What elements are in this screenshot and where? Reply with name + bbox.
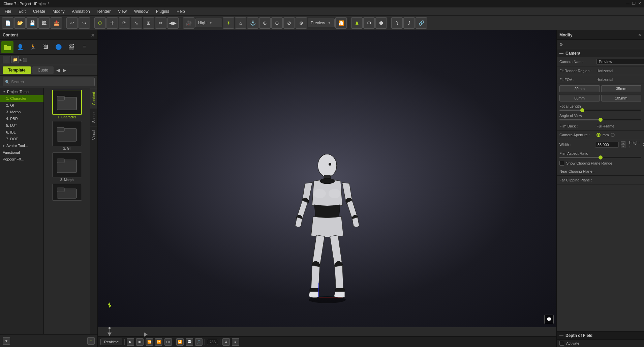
- add-btn[interactable]: +: [87, 337, 95, 345]
- timeline-playhead[interactable]: [109, 327, 111, 329]
- focal-35mm[interactable]: 35mm: [601, 85, 642, 92]
- gizmo3[interactable]: ⊘: [283, 17, 295, 29]
- ik-btn[interactable]: ⚙: [363, 17, 375, 29]
- thumb-morph[interactable]: 3. Morph: [45, 152, 89, 182]
- gizmo1[interactable]: ⊕: [259, 17, 271, 29]
- settings-button[interactable]: ⚙: [222, 338, 230, 346]
- tree-item-character[interactable]: 1. Character: [0, 95, 43, 102]
- tree-item-ibl[interactable]: 6. IBL: [0, 129, 43, 136]
- focal-105mm[interactable]: 105mm: [601, 95, 642, 102]
- transform-tool[interactable]: ⊞: [143, 17, 154, 29]
- timeline-track[interactable]: [98, 327, 556, 336]
- custom-tab[interactable]: Custo: [32, 66, 54, 74]
- tab-image[interactable]: 🖼: [40, 41, 52, 53]
- gizmo4[interactable]: ⊗: [296, 17, 307, 29]
- export-button[interactable]: 📤: [51, 17, 62, 29]
- undo-button[interactable]: ↩: [66, 17, 78, 29]
- camera-view[interactable]: 🎥: [183, 17, 194, 29]
- aperture-radio-mm[interactable]: [596, 133, 601, 137]
- menu-file[interactable]: File: [1, 8, 14, 15]
- realtime-button[interactable]: Realtime: [100, 339, 122, 345]
- tree-root[interactable]: ▼ Project Templ...: [0, 88, 43, 95]
- thumb-pbr-img[interactable]: [52, 184, 82, 201]
- titlebar-controls[interactable]: — ❐ ✕: [626, 1, 641, 6]
- tree-item-popcorn[interactable]: PopcornFX...: [0, 156, 43, 163]
- camera-section-header[interactable]: — Camera: [557, 49, 644, 57]
- scale-tool[interactable]: ⤡: [131, 17, 142, 29]
- tab-movie[interactable]: 🎬: [65, 41, 78, 53]
- scroll-down-btn[interactable]: ▼: [3, 337, 10, 345]
- tab-character[interactable]: 👤: [14, 41, 26, 53]
- new-button[interactable]: 📄: [2, 17, 13, 29]
- pivot-btn[interactable]: ⌂: [235, 17, 246, 29]
- next-frame-button[interactable]: ⏩: [155, 338, 162, 346]
- vtab-content[interactable]: Content: [90, 88, 97, 109]
- search-input[interactable]: [11, 80, 92, 84]
- tree-item-lut[interactable]: 5. LUT: [0, 122, 43, 129]
- anchor-btn[interactable]: ⚓: [247, 17, 258, 29]
- comment-btn[interactable]: 💬: [544, 315, 554, 324]
- width-up[interactable]: ▲: [621, 141, 625, 145]
- menu-plugins[interactable]: Plugins: [153, 8, 173, 15]
- gizmo2[interactable]: ⊙: [271, 17, 283, 29]
- tree-item-pbr[interactable]: 4. PBR: [0, 115, 43, 122]
- menu-modify[interactable]: Modify: [49, 8, 68, 15]
- aov-track[interactable]: [559, 119, 641, 120]
- focal-80mm[interactable]: 80mm: [559, 95, 600, 102]
- history-back[interactable]: ←: [3, 56, 10, 63]
- menu-render[interactable]: Render: [94, 8, 114, 15]
- camera-rec[interactable]: 🎦: [335, 17, 347, 29]
- width-spinners[interactable]: ▲ ▼: [621, 141, 625, 148]
- import-btn[interactable]: ⤵: [391, 17, 403, 29]
- export2-btn[interactable]: ⤴: [403, 17, 415, 29]
- move-tool[interactable]: ✛: [106, 17, 118, 29]
- menu-view[interactable]: View: [115, 8, 130, 15]
- focal-20mm[interactable]: 20mm: [559, 85, 600, 92]
- tree-item-functional[interactable]: Functional: [0, 149, 43, 156]
- menu-edit[interactable]: Edit: [15, 8, 29, 15]
- aov-thumb[interactable]: [599, 118, 603, 122]
- tab-nav-arrow[interactable]: ◀: [56, 67, 60, 73]
- menu-window[interactable]: Window: [131, 8, 152, 15]
- clipping-checkbox[interactable]: [559, 161, 564, 166]
- tree-item-dof[interactable]: 7. DOF: [0, 136, 43, 142]
- focal-length-thumb[interactable]: [580, 108, 584, 112]
- viewport[interactable]: 💬: [98, 30, 556, 327]
- menu-animation[interactable]: Animation: [68, 8, 93, 15]
- focal-length-track[interactable]: [559, 110, 641, 111]
- aspect-thumb[interactable]: [599, 155, 603, 160]
- menu-create[interactable]: Create: [30, 8, 49, 15]
- close-btn[interactable]: ✕: [638, 1, 641, 6]
- chat-button[interactable]: 💬: [186, 338, 193, 346]
- select-tool[interactable]: ⬡: [94, 17, 106, 29]
- aperture-radio-other[interactable]: [611, 133, 615, 137]
- preview-dropdown[interactable]: Preview ▼: [308, 19, 335, 27]
- tab-folder[interactable]: [1, 41, 13, 53]
- open-button[interactable]: 📂: [14, 17, 26, 29]
- thumb-character[interactable]: 1. Character: [45, 90, 89, 119]
- thumb-character-img[interactable]: [52, 90, 82, 115]
- tab-nav-arrow2[interactable]: ▶: [63, 67, 66, 73]
- tree-item-morph[interactable]: 3. Morph: [0, 109, 43, 115]
- maximize-btn[interactable]: ❐: [632, 1, 636, 6]
- audio-button[interactable]: 🎵: [195, 338, 203, 346]
- link-btn[interactable]: 🔗: [416, 17, 427, 29]
- width-down[interactable]: ▼: [621, 145, 625, 148]
- quality-dropdown[interactable]: High ▼: [195, 19, 222, 27]
- tree-item-gi[interactable]: 2. GI: [0, 102, 43, 109]
- prev-frame-button[interactable]: ⏪: [146, 338, 153, 346]
- render-button[interactable]: 🖼: [38, 17, 50, 29]
- thumb-morph-img[interactable]: [52, 152, 82, 177]
- thumb-gi[interactable]: 2. GI: [45, 121, 89, 150]
- rotate-tool[interactable]: ⟳: [119, 17, 130, 29]
- redo-button[interactable]: ↪: [79, 17, 90, 29]
- vtab-visual[interactable]: Visual: [90, 126, 97, 143]
- aspect-track[interactable]: [559, 157, 641, 158]
- thumb-gi-img[interactable]: [52, 121, 82, 146]
- tab-more[interactable]: ≡: [78, 41, 90, 53]
- modify-close[interactable]: ✕: [638, 33, 641, 37]
- sun-light[interactable]: ☀: [223, 17, 234, 29]
- content-panel-close[interactable]: ✕: [91, 32, 95, 38]
- tab-scene[interactable]: 🔵: [53, 41, 65, 53]
- play-button[interactable]: ▶: [127, 338, 134, 346]
